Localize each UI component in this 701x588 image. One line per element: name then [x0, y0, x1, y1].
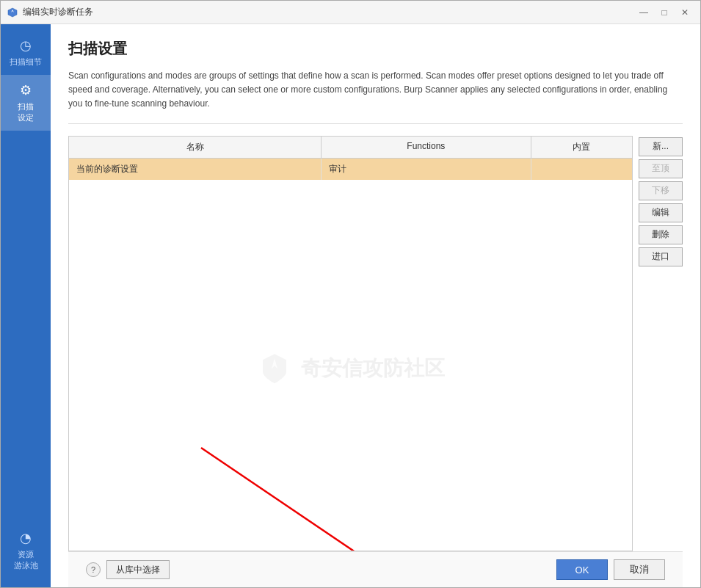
col-header-content: 内置 [531, 137, 633, 158]
svg-line-2 [201, 448, 451, 551]
table-area: 名称 Functions 内置 当前的诊断设置 审计 [68, 136, 683, 551]
col-header-name: 名称 [69, 137, 322, 158]
delete-button[interactable]: 删除 [639, 225, 683, 244]
gear-icon: ⚙ [20, 82, 32, 98]
svg-marker-0 [8, 8, 17, 17]
sidebar-item-scan-settings[interactable]: ⚙ 扫描设定 [1, 75, 51, 131]
table-header: 名称 Functions 内置 [69, 137, 632, 159]
window-controls: — □ ✕ [634, 5, 694, 20]
cancel-button[interactable]: 取消 [614, 559, 665, 580]
maximize-button[interactable]: □ [655, 5, 674, 20]
app-icon [7, 7, 18, 18]
to-top-button[interactable]: 至顶 [639, 159, 683, 178]
sidebar-item-scan-detail-label: 扫描细节 [10, 57, 42, 68]
title-bar: 编辑实时诊断任务 — □ ✕ [1, 1, 700, 24]
col-header-functions: Functions [322, 137, 531, 158]
red-arrow-annotation [142, 426, 509, 551]
edit-button[interactable]: 编辑 [639, 203, 683, 222]
table-body: 当前的诊断设置 审计 奇安信攻防社区 [69, 159, 632, 551]
page-title: 扫描设置 [68, 39, 683, 59]
close-button[interactable]: ✕ [675, 5, 694, 20]
sidebar-item-resource-pool[interactable]: ◔ 资源游泳池 [11, 523, 41, 578]
ok-button[interactable]: OK [556, 559, 608, 580]
new-button[interactable]: 新... [639, 137, 683, 156]
cell-name-0: 当前的诊断设置 [69, 159, 322, 180]
resource-icon: ◔ [20, 530, 32, 546]
sidebar-item-scan-settings-label: 扫描设定 [18, 101, 34, 123]
watermark-text: 奇安信攻防社区 [301, 355, 445, 382]
clock-icon: ◷ [20, 37, 32, 54]
page-description: Scan configurations and modes are groups… [68, 69, 683, 112]
watermark-icon [257, 351, 292, 386]
bottom-left: ? 从库中选择 [86, 560, 170, 579]
bottom-right: OK 取消 [556, 559, 665, 580]
library-button[interactable]: 从库中选择 [106, 560, 170, 579]
table-row[interactable]: 当前的诊断设置 审计 [69, 159, 632, 180]
table-wrapper: 名称 Functions 内置 当前的诊断设置 审计 [68, 136, 633, 551]
bottom-bar: ? 从库中选择 OK 取消 [68, 551, 683, 587]
divider [68, 123, 683, 124]
sidebar: ◷ 扫描细节 ⚙ 扫描设定 ◔ 资源游泳池 [1, 24, 51, 587]
main-window: 编辑实时诊断任务 — □ ✕ ◷ 扫描细节 ⚙ 扫描设定 ◔ 资源游泳池 [0, 0, 701, 588]
action-buttons: 新... 至顶 下移 编辑 删除 进口 [639, 136, 683, 551]
help-button[interactable]: ? [86, 562, 101, 577]
main-content: ◷ 扫描细节 ⚙ 扫描设定 ◔ 资源游泳池 扫描设置 Scan configur… [1, 24, 700, 587]
move-down-button[interactable]: 下移 [639, 181, 683, 200]
content-area: 扫描设置 Scan configurations and modes are g… [51, 24, 700, 587]
scan-config-table: 名称 Functions 内置 当前的诊断设置 审计 [68, 136, 633, 551]
watermark: 奇安信攻防社区 [257, 351, 445, 386]
sidebar-item-scan-detail[interactable]: ◷ 扫描细节 [1, 30, 51, 75]
window-title: 编辑实时诊断任务 [23, 6, 634, 18]
import-button[interactable]: 进口 [639, 247, 683, 266]
cell-content-0 [531, 159, 633, 180]
sidebar-item-resource-label: 资源游泳池 [14, 549, 38, 571]
cell-functions-0: 审计 [322, 159, 531, 180]
minimize-button[interactable]: — [634, 5, 653, 20]
sidebar-bottom: ◔ 资源游泳池 [11, 523, 41, 587]
